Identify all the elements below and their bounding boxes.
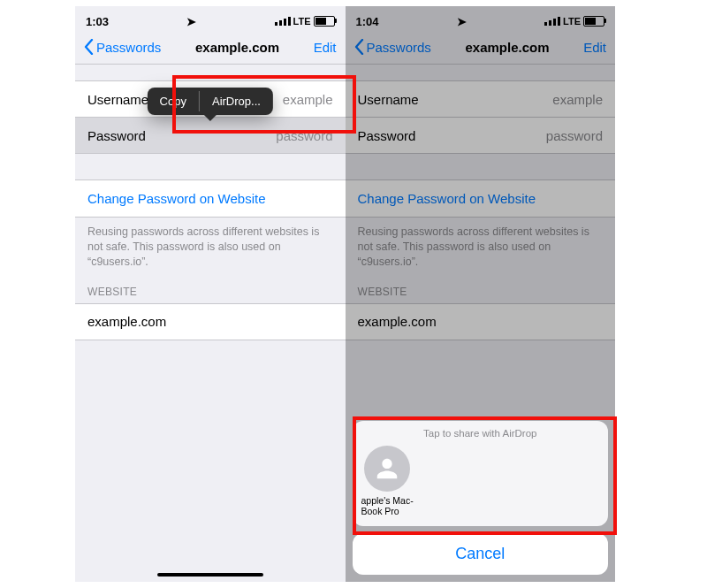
location-icon: ➤ (186, 15, 196, 28)
home-indicator[interactable] (157, 573, 263, 577)
website-value: example.com (87, 314, 166, 329)
phone-left: 1:03 ➤ LTE Passwords example.com Edit Us… (75, 6, 346, 582)
password-value: password (276, 128, 332, 143)
chevron-left-icon (84, 39, 94, 55)
signal-icon (275, 17, 291, 26)
copy-menu-item[interactable]: Copy (148, 88, 199, 115)
airdrop-target[interactable]: apple's Mac- Book Pro (361, 446, 423, 517)
username-label: Username (87, 92, 148, 107)
airdrop-panel: Tap to share with AirDrop apple's Mac- B… (353, 421, 609, 526)
page-title: example.com (195, 40, 279, 55)
back-label: Passwords (96, 40, 161, 55)
airdrop-menu-item[interactable]: AirDrop... (200, 88, 273, 115)
status-bar: 1:03 ➤ LTE (75, 6, 346, 30)
nav-bar: Passwords example.com Edit (75, 30, 346, 65)
status-time: 1:03 (86, 15, 109, 28)
airdrop-sheet: Tap to share with AirDrop apple's Mac- B… (353, 421, 609, 575)
password-label: Password (87, 128, 146, 143)
website-section-head: WEBSITE (75, 282, 346, 303)
password-row[interactable]: Password password (75, 117, 346, 154)
phone-right: 1:04 ➤ LTE Passwords example.com Edit Us… (346, 6, 616, 582)
website-row[interactable]: example.com (75, 303, 346, 340)
context-menu: Copy AirDrop... (148, 88, 273, 115)
airdrop-target-name: apple's Mac- Book Pro (361, 495, 414, 517)
edit-button[interactable]: Edit (314, 40, 337, 55)
network-label: LTE (293, 16, 311, 27)
username-value: example (283, 92, 333, 107)
cancel-button[interactable]: Cancel (353, 533, 609, 575)
change-password-link[interactable]: Change Password on Website (75, 179, 346, 218)
sheet-title: Tap to share with AirDrop (361, 428, 600, 446)
reuse-warning: Reusing passwords across different websi… (75, 218, 346, 282)
battery-icon (314, 16, 335, 27)
back-button[interactable]: Passwords (84, 39, 161, 55)
person-icon (364, 446, 410, 492)
